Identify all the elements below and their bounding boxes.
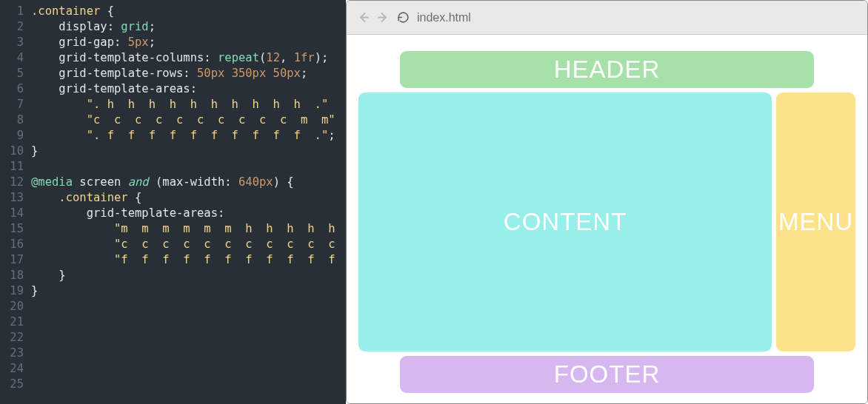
- code-line[interactable]: [31, 361, 346, 377]
- code-line[interactable]: }: [31, 283, 346, 299]
- code-line[interactable]: [31, 299, 346, 314]
- code-line[interactable]: [31, 346, 346, 361]
- code-line[interactable]: ". f f f f f f f f f f .";: [31, 128, 346, 144]
- line-number: 11: [0, 159, 24, 175]
- browser-viewport: HEADER CONTENT MENU FOOTER: [347, 35, 867, 403]
- line-number: 23: [0, 346, 24, 361]
- forward-icon[interactable]: [377, 11, 390, 24]
- code-line[interactable]: }: [31, 144, 346, 159]
- code-line[interactable]: }: [31, 268, 346, 283]
- code-editor[interactable]: 1234567891011121314151617181920212223242…: [0, 0, 346, 404]
- address-text: index.html: [417, 11, 471, 24]
- code-line[interactable]: .container {: [31, 4, 346, 19]
- browser-toolbar: index.html: [347, 1, 867, 35]
- code-line[interactable]: [31, 330, 346, 346]
- code-line[interactable]: .container {: [31, 190, 346, 206]
- code-line[interactable]: [31, 377, 346, 392]
- line-number: 12: [0, 175, 24, 190]
- grid-header: HEADER: [400, 51, 813, 88]
- code-line[interactable]: grid-template-rows: 50px 350px 50px;: [31, 66, 346, 81]
- line-number: 20: [0, 299, 24, 314]
- back-icon[interactable]: [357, 11, 370, 24]
- line-number: 22: [0, 330, 24, 346]
- line-number: 15: [0, 221, 24, 237]
- line-number: 5: [0, 66, 24, 81]
- code-line[interactable]: @media screen and (max-width: 640px) {: [31, 175, 346, 190]
- line-number-gutter: 1234567891011121314151617181920212223242…: [0, 4, 31, 404]
- grid-menu: MENU: [776, 92, 855, 351]
- grid-container: HEADER CONTENT MENU FOOTER: [358, 51, 855, 393]
- code-line[interactable]: [31, 314, 346, 330]
- line-number: 4: [0, 50, 24, 66]
- code-line[interactable]: grid-template-areas:: [31, 81, 346, 97]
- line-number: 18: [0, 268, 24, 283]
- line-number: 14: [0, 206, 24, 221]
- line-number: 16: [0, 237, 24, 252]
- code-area[interactable]: .container { display: grid; grid-gap: 5p…: [31, 4, 346, 404]
- code-line[interactable]: "m m m m m m h h h h h h": [31, 221, 346, 237]
- line-number: 8: [0, 112, 24, 128]
- code-line[interactable]: grid-template-columns: repeat(12, 1fr);: [31, 50, 346, 66]
- line-number: 9: [0, 128, 24, 144]
- line-number: 6: [0, 81, 24, 97]
- line-number: 3: [0, 35, 24, 50]
- line-number: 21: [0, 314, 24, 330]
- line-number: 25: [0, 377, 24, 392]
- code-line[interactable]: display: grid;: [31, 19, 346, 35]
- code-line[interactable]: grid-template-areas:: [31, 206, 346, 221]
- line-number: 13: [0, 190, 24, 206]
- reload-icon[interactable]: [397, 11, 410, 24]
- browser-preview: index.html HEADER CONTENT MENU FOOTER: [346, 0, 868, 404]
- line-number: 10: [0, 144, 24, 159]
- line-number: 19: [0, 283, 24, 299]
- code-line[interactable]: "f f f f f f f f f f f f";: [31, 252, 346, 268]
- line-number: 17: [0, 252, 24, 268]
- grid-content: CONTENT: [358, 92, 772, 351]
- line-number: 7: [0, 97, 24, 112]
- line-number: 1: [0, 4, 24, 19]
- code-line[interactable]: grid-gap: 5px;: [31, 35, 346, 50]
- code-line[interactable]: [31, 159, 346, 175]
- grid-footer: FOOTER: [400, 356, 813, 393]
- code-line[interactable]: "c c c c c c c c c c c c": [31, 237, 346, 252]
- line-number: 2: [0, 19, 24, 35]
- line-number: 24: [0, 361, 24, 377]
- code-line[interactable]: "c c c c c c c c c c m m": [31, 112, 346, 128]
- code-line[interactable]: ". h h h h h h h h h h .": [31, 97, 346, 112]
